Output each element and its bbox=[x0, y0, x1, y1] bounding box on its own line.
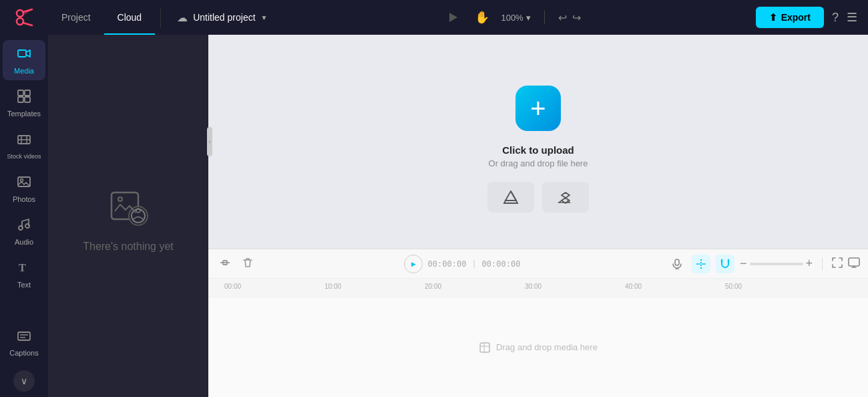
zoom-in-button[interactable]: + bbox=[806, 257, 813, 271]
timeline-delete-button[interactable] bbox=[239, 254, 256, 274]
sidebar-expand-button[interactable]: ∨ bbox=[13, 370, 35, 392]
svg-point-16 bbox=[21, 178, 23, 181]
stock-videos-icon bbox=[17, 132, 31, 150]
timeline-time-separator: | bbox=[471, 259, 476, 269]
empty-state: There's nothing yet bbox=[83, 179, 174, 253]
timeline-tracks[interactable]: Drag and drop media here bbox=[208, 297, 868, 397]
svg-rect-7 bbox=[18, 90, 23, 96]
sidebar-captions-label: Captions bbox=[9, 349, 38, 357]
timeline-toolbar: ▶ 00:00:00 | 00:00:00 bbox=[208, 249, 868, 279]
sidebar-stock-videos-label: Stock videos bbox=[7, 153, 41, 160]
project-selector[interactable]: ☁ Untitled project ▼ bbox=[166, 11, 278, 24]
svg-rect-6 bbox=[18, 50, 26, 57]
timeline-magnet-button[interactable] bbox=[716, 255, 734, 273]
menu-button[interactable]: ☰ bbox=[847, 10, 857, 25]
upload-text: Click to upload Or drag and drop file he… bbox=[489, 144, 588, 168]
ruler-mark-5: 50:00 bbox=[725, 283, 742, 290]
svg-text:T: T bbox=[19, 262, 26, 273]
upload-button[interactable]: + bbox=[515, 86, 561, 131]
timeline-zoom-controls: − + bbox=[740, 257, 813, 271]
cloud-storage-buttons bbox=[487, 182, 589, 213]
tab-project[interactable]: Project bbox=[48, 0, 104, 35]
expand-icon: ∨ bbox=[21, 376, 27, 386]
project-name: Untitled project bbox=[193, 12, 255, 23]
timeline-split-button[interactable] bbox=[692, 255, 710, 273]
media-panel: There's nothing yet bbox=[48, 35, 208, 397]
timeline-trim-button[interactable] bbox=[216, 254, 234, 274]
timeline-current-time: 00:00:00 bbox=[428, 259, 467, 269]
timeline-preview-button[interactable] bbox=[848, 257, 860, 271]
drag-drop-zone: Drag and drop media here bbox=[479, 342, 598, 354]
zoom-area: 100% ▾ bbox=[501, 13, 530, 23]
export-button[interactable]: ⬆ Export bbox=[756, 7, 824, 28]
zoom-slider[interactable] bbox=[750, 263, 803, 265]
upload-title: Click to upload bbox=[489, 144, 588, 156]
undo-redo-group: ↩ ↪ bbox=[558, 11, 581, 24]
svg-rect-10 bbox=[25, 97, 30, 102]
preview-play-button[interactable] bbox=[442, 7, 463, 28]
svg-rect-9 bbox=[18, 97, 23, 102]
sidebar-audio-label: Audio bbox=[15, 238, 33, 246]
redo-button[interactable]: ↪ bbox=[572, 11, 581, 24]
svg-point-0 bbox=[17, 10, 23, 17]
timeline-mic-button[interactable] bbox=[668, 255, 686, 273]
undo-button[interactable]: ↩ bbox=[558, 11, 567, 24]
sidebar-photos-label: Photos bbox=[13, 195, 35, 203]
canvas-area: + Click to upload Or drag and drop file … bbox=[208, 35, 868, 249]
topbar-controls: ✋ 100% ▾ ↩ ↪ bbox=[278, 7, 744, 28]
sidebar-item-templates[interactable]: Templates bbox=[3, 83, 45, 123]
topbar-right: ⬆ Export ? ☰ bbox=[745, 7, 868, 28]
ruler-mark-3: 30:00 bbox=[525, 283, 541, 290]
hand-tool-button[interactable]: ✋ bbox=[471, 7, 493, 28]
sidebar-item-captions[interactable]: Captions bbox=[3, 322, 45, 362]
timeline-ruler: 00:00 10:00 20:00 30:00 40:00 50:00 bbox=[208, 279, 868, 297]
svg-rect-42 bbox=[480, 343, 489, 352]
svg-rect-8 bbox=[25, 90, 30, 96]
timeline: ▶ 00:00:00 | 00:00:00 bbox=[208, 249, 868, 397]
timeline-total-time: 00:00:00 bbox=[482, 259, 521, 269]
svg-rect-39 bbox=[849, 258, 859, 266]
svg-rect-31 bbox=[675, 259, 679, 265]
tab-cloud[interactable]: Cloud bbox=[104, 0, 156, 35]
sidebar-item-stock-videos[interactable]: Stock videos bbox=[3, 126, 45, 166]
svg-point-1 bbox=[17, 18, 23, 25]
ruler-mark-2: 20:00 bbox=[425, 283, 441, 290]
export-icon: ⬆ bbox=[769, 12, 777, 23]
media-icon bbox=[17, 46, 31, 64]
google-drive-button[interactable] bbox=[487, 182, 534, 213]
timeline-fullscreen-button[interactable] bbox=[832, 257, 843, 271]
sidebar-item-media[interactable]: Media bbox=[3, 40, 45, 80]
chevron-down-icon: ▼ bbox=[261, 14, 268, 21]
templates-icon bbox=[17, 89, 31, 107]
zoom-track bbox=[750, 263, 803, 265]
timeline-play-icon: ▶ bbox=[411, 261, 416, 267]
help-button[interactable]: ? bbox=[832, 11, 839, 25]
sidebar-item-audio[interactable]: Audio bbox=[3, 211, 45, 251]
topbar-divider bbox=[160, 7, 161, 27]
upload-subtitle: Or drag and drop file here bbox=[489, 158, 588, 168]
ruler-mark-1: 10:00 bbox=[324, 283, 341, 290]
sidebar-text-label: Text bbox=[17, 281, 31, 289]
toolbar-divider bbox=[822, 257, 823, 271]
cloud-icon: ☁ bbox=[177, 11, 188, 24]
dropbox-button[interactable] bbox=[542, 182, 589, 213]
svg-rect-20 bbox=[18, 332, 30, 340]
panel-collapse-handle[interactable]: ‹ bbox=[206, 35, 213, 249]
text-icon: T bbox=[17, 260, 31, 278]
drag-drop-text: Drag and drop media here bbox=[496, 342, 598, 352]
plus-icon: + bbox=[530, 95, 546, 122]
empty-text: There's nothing yet bbox=[83, 241, 174, 253]
photos-icon bbox=[17, 174, 31, 192]
app-logo[interactable] bbox=[0, 0, 48, 35]
zoom-level: 100% bbox=[501, 13, 523, 23]
captions-icon bbox=[17, 328, 31, 346]
svg-line-3 bbox=[23, 23, 32, 25]
sidebar-item-photos[interactable]: Photos bbox=[3, 168, 45, 209]
empty-icon bbox=[101, 179, 155, 233]
zoom-out-button[interactable]: − bbox=[740, 257, 747, 271]
topbar-tabs: Project Cloud bbox=[48, 0, 155, 35]
timeline-play-button[interactable]: ▶ bbox=[404, 255, 423, 273]
sidebar: Media Templates Stock videos bbox=[0, 35, 48, 397]
topbar: Project Cloud ☁ Untitled project ▼ ✋ 100… bbox=[0, 0, 868, 35]
sidebar-item-text[interactable]: T Text bbox=[3, 254, 45, 294]
